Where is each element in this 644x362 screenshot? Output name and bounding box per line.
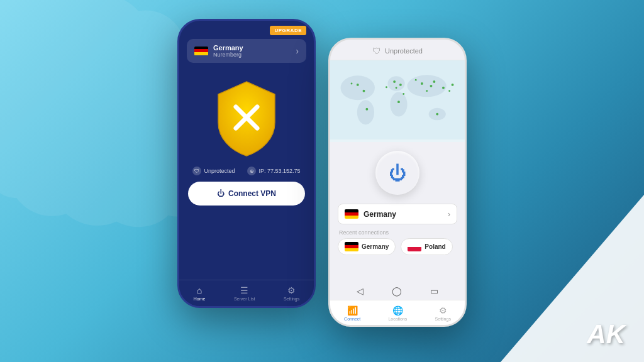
svg-point-25 bbox=[442, 87, 445, 89]
phone2-nav-settings[interactable]: ⚙ Settings bbox=[435, 305, 451, 321]
home-button[interactable]: ◯ bbox=[392, 286, 402, 296]
svg-point-22 bbox=[402, 93, 404, 95]
phone2-header: 🛡 Unprotected bbox=[330, 40, 465, 60]
shield-icon bbox=[206, 75, 287, 157]
recent-germany-flag bbox=[345, 242, 358, 251]
svg-point-17 bbox=[426, 90, 428, 92]
phone1-nav-settings[interactable]: ⚙ Settings bbox=[284, 285, 299, 301]
phone2-status-text: Unprotected bbox=[385, 47, 423, 55]
unprotected-label: Unprotected bbox=[204, 168, 235, 174]
phone1-status-row: 🛡 Unprotected ⊕ IP: 77.53.152.75 bbox=[179, 167, 314, 175]
phone2-map bbox=[330, 60, 465, 142]
svg-point-3 bbox=[341, 75, 375, 100]
locations-globe-icon: 🌐 bbox=[392, 305, 403, 315]
svg-point-24 bbox=[415, 79, 417, 81]
connect-wifi-icon: 📶 bbox=[347, 305, 358, 315]
svg-point-7 bbox=[408, 75, 447, 97]
svg-point-10 bbox=[363, 90, 365, 92]
svg-point-23 bbox=[386, 86, 387, 88]
home-nav-label: Home bbox=[194, 297, 206, 301]
phone1-location-info: Germany Nuremberg bbox=[194, 44, 243, 58]
phone2-android-nav: ◁ ◯ ▭ bbox=[330, 283, 465, 299]
svg-point-15 bbox=[421, 82, 423, 85]
recent-poland-chip[interactable]: Poland bbox=[401, 238, 452, 255]
connect-vpn-button[interactable]: ⏻ Connect VPN bbox=[188, 182, 305, 206]
phone2-settings-icon: ⚙ bbox=[439, 305, 447, 315]
phone2-recent-label: Recent connections bbox=[330, 224, 465, 238]
network-icon: ⊕ bbox=[247, 167, 256, 175]
svg-point-14 bbox=[396, 87, 397, 89]
svg-point-11 bbox=[351, 83, 353, 85]
phone1-city: Nuremberg bbox=[213, 52, 243, 58]
phone1-location-text: Germany Nuremberg bbox=[213, 44, 243, 58]
phone1-country: Germany bbox=[213, 44, 243, 52]
settings-icon: ⚙ bbox=[287, 285, 296, 295]
recent-germany-chip[interactable]: Germany bbox=[338, 238, 396, 255]
svg-point-26 bbox=[448, 90, 450, 92]
recent-poland-flag bbox=[408, 242, 421, 251]
phones-container: UPGRADE Germany Nuremberg › bbox=[177, 19, 467, 327]
svg-point-19 bbox=[436, 113, 438, 116]
location-chevron-icon: › bbox=[296, 46, 299, 56]
phone-1: UPGRADE Germany Nuremberg › bbox=[177, 19, 316, 308]
svg-point-6 bbox=[390, 92, 407, 117]
phone1-header: UPGRADE bbox=[179, 21, 314, 35]
power-icon: ⏻ bbox=[217, 189, 225, 198]
phone2-settings-nav-label: Settings bbox=[435, 317, 451, 321]
phone2-country-name: Germany bbox=[364, 210, 396, 219]
recent-germany-label: Germany bbox=[362, 243, 389, 250]
server-list-icon: ☰ bbox=[240, 285, 248, 295]
germany-flag bbox=[194, 47, 208, 56]
phone1-bottom-nav: ⌂ Home ☰ Server List ⚙ Settings bbox=[179, 280, 314, 306]
phone2-location-left: Germany bbox=[345, 209, 396, 219]
phone2-nav-connect[interactable]: 📶 Connect bbox=[344, 305, 360, 321]
ak-logo: AK bbox=[587, 319, 625, 349]
svg-point-20 bbox=[365, 108, 368, 111]
back-button[interactable]: ◁ bbox=[357, 286, 364, 296]
phone1-nav-home[interactable]: ⌂ Home bbox=[194, 285, 206, 301]
power-symbol-icon: ⏻ bbox=[389, 163, 406, 184]
shield-status-icon: 🛡 bbox=[192, 167, 201, 175]
svg-point-9 bbox=[357, 84, 359, 86]
phone2-recent-row: Germany Poland bbox=[330, 238, 465, 255]
connect-btn-label: Connect VPN bbox=[228, 189, 276, 198]
svg-point-4 bbox=[357, 100, 374, 124]
phone2-nav-locations[interactable]: 🌐 Locations bbox=[388, 305, 407, 321]
recents-button[interactable]: ▭ bbox=[430, 286, 438, 296]
phone2-shield-icon: 🛡 bbox=[372, 46, 381, 56]
phone1-ip-status: ⊕ IP: 77.53.152.75 bbox=[247, 167, 300, 175]
upgrade-badge[interactable]: UPGRADE bbox=[270, 26, 306, 35]
svg-point-27 bbox=[452, 84, 454, 86]
connect-nav-label: Connect bbox=[344, 317, 360, 321]
servers-nav-label: Server List bbox=[234, 297, 255, 301]
phone-2: 🛡 Unprotected bbox=[328, 38, 467, 327]
recent-poland-label: Poland bbox=[425, 243, 445, 250]
phone2-germany-flag bbox=[345, 209, 358, 219]
svg-point-18 bbox=[433, 80, 435, 83]
svg-point-13 bbox=[399, 84, 402, 86]
phone2-bottom-nav: 📶 Connect 🌐 Locations ⚙ Settings bbox=[330, 300, 465, 325]
world-map-svg bbox=[330, 60, 465, 140]
phone2-power-container: ⏻ bbox=[330, 142, 465, 204]
locations-nav-label: Locations bbox=[388, 317, 407, 321]
phone1-location-selector[interactable]: Germany Nuremberg › bbox=[187, 39, 306, 63]
svg-point-16 bbox=[430, 85, 433, 87]
power-button[interactable]: ⏻ bbox=[375, 151, 419, 195]
home-icon: ⌂ bbox=[197, 285, 202, 295]
phone2-location-selector[interactable]: Germany › bbox=[338, 204, 457, 224]
shield-container bbox=[179, 75, 314, 157]
ip-label: IP: 77.53.152.75 bbox=[258, 168, 300, 174]
svg-point-21 bbox=[397, 101, 400, 103]
phone1-unprotected-status: 🛡 Unprotected bbox=[192, 167, 235, 175]
svg-point-12 bbox=[393, 80, 396, 83]
phone1-nav-servers[interactable]: ☰ Server List bbox=[234, 285, 255, 301]
phone2-chevron-icon: › bbox=[448, 210, 450, 219]
settings-nav-label: Settings bbox=[284, 297, 299, 301]
